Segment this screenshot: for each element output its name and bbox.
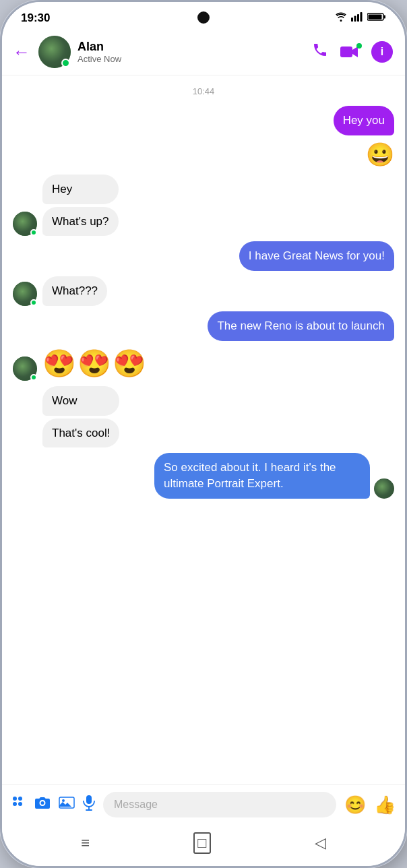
svg-point-8 <box>13 797 17 801</box>
nav-menu-button[interactable]: ≡ <box>81 834 90 852</box>
message-row: Hey What's up? <box>13 175 394 237</box>
svg-rect-2 <box>357 14 359 22</box>
message-row: Wow That's cool! <box>13 386 394 448</box>
svg-point-13 <box>62 799 65 802</box>
info-button[interactable]: i <box>371 41 393 63</box>
emoji-button[interactable]: 😊 <box>344 795 366 815</box>
wifi-icon <box>335 12 347 24</box>
online-indicator <box>61 59 70 67</box>
image-button[interactable] <box>59 796 75 813</box>
status-icons <box>335 12 386 24</box>
svg-point-9 <box>18 797 22 801</box>
svg-point-10 <box>13 802 17 806</box>
message-row: I have Great News for you! <box>13 241 394 271</box>
message-bubble: Wow <box>42 386 119 416</box>
nav-bar: ≡ □ ◁ <box>2 826 405 866</box>
contact-avatar[interactable] <box>38 36 71 68</box>
svg-rect-0 <box>351 18 353 22</box>
video-call-button[interactable] <box>340 44 359 59</box>
message-row: The new Reno is about to launch <box>13 311 394 341</box>
like-button[interactable]: 👍 <box>374 795 396 815</box>
sender-avatar <box>13 356 37 381</box>
message-row: What??? <box>13 276 394 306</box>
header-actions: i <box>312 41 393 63</box>
microphone-button[interactable] <box>83 795 95 815</box>
video-active-dot <box>356 43 362 49</box>
status-bar: 19:30 <box>2 2 405 29</box>
phone-frame: 19:30 <box>0 0 407 868</box>
stacked-messages: 😍😍😍 <box>42 346 148 381</box>
message-bubble: I have Great News for you! <box>239 241 394 271</box>
status-time: 19:30 <box>21 11 50 25</box>
more-options-button[interactable] <box>11 795 26 814</box>
camera-notch <box>197 11 210 24</box>
svg-rect-3 <box>361 12 363 22</box>
time-stamp: 10:44 <box>13 82 394 103</box>
contact-name: Alan <box>77 40 305 54</box>
message-bubble: So excited about it. I heard it's the ul… <box>154 453 370 499</box>
contact-status: Active Now <box>77 54 305 64</box>
emoji-message: 😀 <box>366 141 394 168</box>
message-bubble: What??? <box>42 276 107 306</box>
camera-button[interactable] <box>34 796 51 813</box>
message-bubble: Hey you <box>334 106 394 135</box>
svg-rect-5 <box>384 16 386 19</box>
back-button[interactable]: ← <box>13 42 30 63</box>
message-row: So excited about it. I heard it's the ul… <box>13 453 394 499</box>
battery-icon <box>367 12 386 24</box>
svg-rect-1 <box>354 16 356 22</box>
messages-area: 10:44 Hey you 😀 Hey What's up? <box>2 75 405 784</box>
svg-rect-6 <box>369 15 382 20</box>
signal-icon <box>351 12 363 24</box>
message-bubble: The new Reno is about to launch <box>208 311 394 341</box>
sender-avatar <box>13 212 37 236</box>
svg-rect-14 <box>86 795 92 804</box>
sender-avatar <box>13 282 37 306</box>
phone-inner: 19:30 <box>2 2 405 866</box>
header-info: Alan Active Now <box>77 40 305 64</box>
message-row: Hey you <box>13 106 394 135</box>
nav-back-button[interactable]: ◁ <box>315 834 326 852</box>
nav-home-button[interactable]: □ <box>193 832 210 854</box>
svg-point-11 <box>18 802 22 806</box>
message-placeholder: Message <box>114 799 158 811</box>
message-row: 😍😍😍 <box>13 346 394 381</box>
call-button[interactable] <box>312 42 328 62</box>
message-bubble: That's cool! <box>42 418 119 448</box>
stacked-messages: Wow That's cool! <box>42 386 119 448</box>
message-input[interactable]: Message <box>103 792 336 817</box>
svg-rect-7 <box>340 46 352 57</box>
message-row: 😀 <box>13 141 394 169</box>
emoji-message: 😍😍😍 <box>42 346 148 381</box>
bottom-toolbar: Message 😊 👍 <box>2 784 405 826</box>
message-bubble: Hey <box>42 175 119 204</box>
message-bubble: What's up? <box>42 207 119 237</box>
stacked-messages: Hey What's up? <box>42 175 119 237</box>
chat-header: ← Alan Active Now <box>2 29 405 75</box>
sender-avatar-outgoing <box>374 478 394 499</box>
